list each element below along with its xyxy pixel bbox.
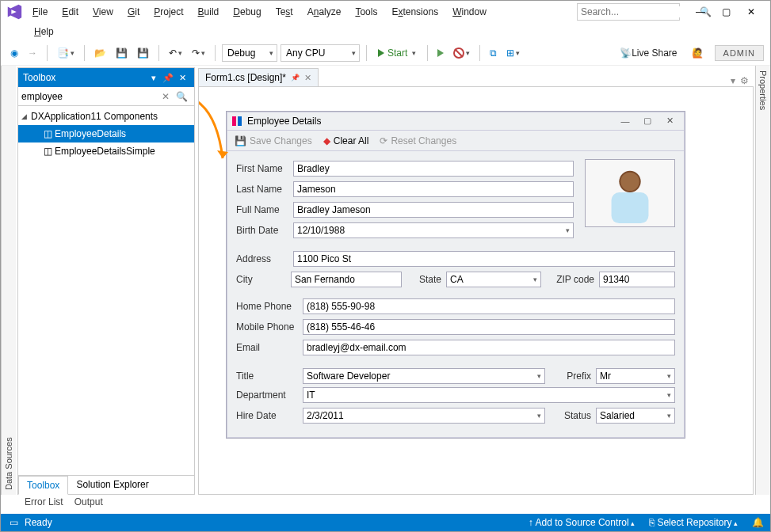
last-name-label: Last Name xyxy=(236,184,293,195)
no-entry-icon xyxy=(453,48,464,59)
zip-label: ZIP code xyxy=(541,274,599,285)
undo-button[interactable]: ↶▾ xyxy=(166,44,185,63)
state-field[interactable]: CA xyxy=(446,272,541,287)
open-file-button[interactable]: 📂 xyxy=(91,44,109,63)
vs-logo[interactable] xyxy=(6,3,23,21)
separator xyxy=(427,45,428,61)
redo-button[interactable]: ↷▾ xyxy=(189,44,208,63)
minimize-button[interactable]: — xyxy=(689,3,712,21)
admin-badge[interactable]: ADMIN xyxy=(715,45,764,61)
status-field[interactable]: Salaried xyxy=(596,408,675,424)
employee-photo[interactable] xyxy=(585,159,675,227)
source-control-button[interactable]: ↑ Add to Source Control xyxy=(529,517,635,528)
form-minimize-button[interactable]: — xyxy=(615,114,636,128)
separator xyxy=(84,45,85,61)
start-no-debug-button[interactable] xyxy=(434,44,447,63)
save-icon: 💾 xyxy=(235,135,246,146)
restore-button[interactable]: ▢ xyxy=(715,3,737,21)
mobile-phone-field[interactable]: (818) 555-46-46 xyxy=(303,319,675,335)
document-tab[interactable]: Form1.cs [Design]* 📌 ✕ xyxy=(198,68,319,86)
toolbox-search-input[interactable] xyxy=(21,91,158,102)
save-all-button[interactable]: 💾 xyxy=(134,44,152,63)
home-phone-field[interactable]: (818) 555-90-98 xyxy=(303,298,675,314)
collapse-icon[interactable]: ◢ xyxy=(21,112,31,120)
notifications-icon[interactable]: 🔔 xyxy=(752,517,764,528)
doc-dropdown-icon[interactable]: ▾ xyxy=(731,75,735,86)
prefix-field[interactable]: Mr xyxy=(596,368,675,384)
new-project-button[interactable]: 📑▾ xyxy=(54,44,78,63)
zip-field[interactable]: 91340 xyxy=(599,272,675,287)
config-dropdown[interactable]: Debug xyxy=(222,44,277,62)
nav-back-button[interactable]: ◉ xyxy=(7,44,21,63)
menu-project[interactable]: Project xyxy=(149,4,188,20)
save-changes-button[interactable]: 💾Save Changes xyxy=(235,135,312,146)
form-maximize-button[interactable]: ▢ xyxy=(637,114,658,128)
search-icon[interactable]: 🔍 xyxy=(173,91,191,102)
form-icon xyxy=(231,116,242,127)
department-field[interactable]: IT xyxy=(303,387,675,403)
start-debug-button[interactable]: Start▾ xyxy=(373,44,421,63)
menu-debug[interactable]: Debug xyxy=(228,4,265,20)
output-tab[interactable]: Output xyxy=(74,496,103,512)
last-name-field[interactable]: Jameson xyxy=(293,181,574,197)
menu-help[interactable]: Help xyxy=(29,24,59,40)
search-input[interactable] xyxy=(581,6,700,17)
menu-build[interactable]: Build xyxy=(193,4,224,20)
birth-date-field[interactable]: 12/10/1988 xyxy=(293,222,574,238)
toolbox-item-employee-details-simple[interactable]: ◫ EmployeeDetailsSimple xyxy=(18,142,194,160)
platform-dropdown[interactable]: Any CPU xyxy=(281,44,360,62)
toolbox-group[interactable]: ◢ DXApplication11 Components xyxy=(18,108,194,125)
search-box[interactable]: 🔍 xyxy=(577,3,680,21)
browse-button[interactable]: ⧉ xyxy=(487,44,500,63)
save-button[interactable]: 💾 xyxy=(113,44,131,63)
menu-edit[interactable]: Edit xyxy=(57,4,83,20)
full-name-field[interactable]: Bradley Jameson xyxy=(293,202,574,218)
svg-rect-4 xyxy=(612,192,649,223)
close-tab-icon[interactable]: ✕ xyxy=(304,73,311,83)
menu-window[interactable]: Window xyxy=(448,4,491,20)
close-button[interactable]: ✕ xyxy=(740,3,762,21)
doc-settings-icon[interactable]: ⚙ xyxy=(740,75,749,86)
properties-tab[interactable]: Properties xyxy=(755,66,770,495)
clear-search-icon[interactable]: ✕ xyxy=(158,91,173,102)
svg-point-5 xyxy=(620,173,639,191)
select-repo-button[interactable]: ⎘ Select Repository xyxy=(649,517,738,528)
prefix-label: Prefix xyxy=(545,370,596,382)
address-field[interactable]: 1100 Pico St xyxy=(293,251,675,267)
live-share-button[interactable]: 📡 Live Share xyxy=(616,44,680,63)
toolbox-item-employee-details[interactable]: ◫ EmployeeDetails xyxy=(18,125,194,142)
pin-icon[interactable]: 📌 xyxy=(291,74,300,82)
status-label: Status xyxy=(545,410,596,421)
toolbox-options-icon[interactable]: ▾ xyxy=(147,73,161,83)
reset-changes-button[interactable]: ⟳Reset Changes xyxy=(380,135,456,146)
separator xyxy=(47,45,48,61)
menu-extensions[interactable]: Extensions xyxy=(387,4,443,20)
data-sources-tab[interactable]: Data Sources xyxy=(1,66,16,495)
nav-fwd-button[interactable]: → xyxy=(25,44,40,63)
svg-rect-1 xyxy=(238,116,242,126)
svg-rect-0 xyxy=(232,116,236,126)
solution-explorer-tab[interactable]: Solution Explorer xyxy=(68,476,156,494)
form-close-button[interactable]: ✕ xyxy=(659,114,680,128)
error-list-tab[interactable]: Error List xyxy=(25,496,63,512)
title-field[interactable]: Software Developer xyxy=(303,368,545,384)
email-field[interactable]: bradleyj@dx-email.com xyxy=(303,340,675,355)
first-name-field[interactable]: Bradley xyxy=(293,161,574,177)
hire-date-field[interactable]: 2/3/2011 xyxy=(303,408,545,424)
state-label: State xyxy=(402,274,446,285)
toolbox-pin-icon[interactable]: 📌 xyxy=(161,73,175,83)
toolbox-close-icon[interactable]: ✕ xyxy=(175,73,189,83)
menu-analyze[interactable]: Analyze xyxy=(303,4,346,20)
menu-test[interactable]: Test xyxy=(271,4,298,20)
menu-file[interactable]: File xyxy=(28,4,52,20)
clear-all-button[interactable]: ◆Clear All xyxy=(323,135,369,146)
toolbox-tab[interactable]: Toolbox xyxy=(18,476,68,495)
layout-button[interactable]: ⊞▾ xyxy=(503,44,523,63)
hot-reload-button[interactable]: ▾ xyxy=(450,44,473,63)
menu-git[interactable]: Git xyxy=(123,4,144,20)
city-field[interactable]: San Fernando xyxy=(291,272,402,287)
menu-view[interactable]: View xyxy=(88,4,118,20)
menu-tools[interactable]: Tools xyxy=(350,4,382,20)
feedback-icon[interactable]: 🙋 xyxy=(689,44,707,63)
refresh-icon: ⟳ xyxy=(380,135,387,146)
